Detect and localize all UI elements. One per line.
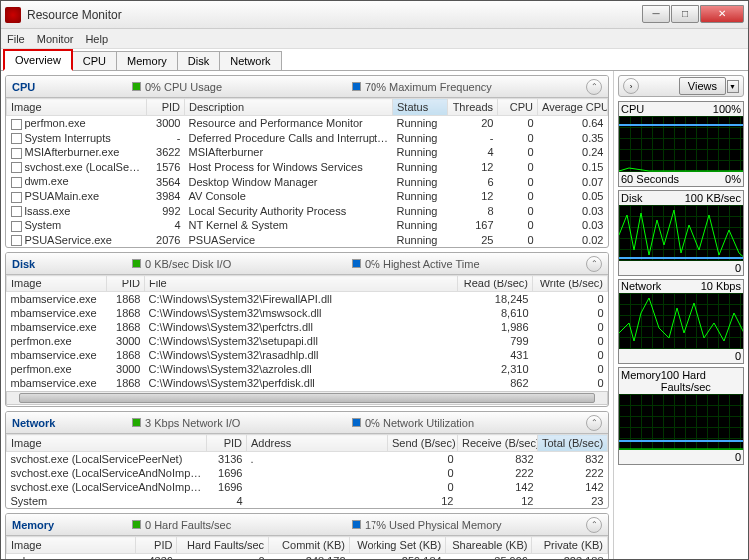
table-row[interactable]: perfmon.exe3000C:\Windows\System32\azrol… [7, 362, 608, 376]
col-send[interactable]: Send (B/sec) [388, 435, 458, 452]
disk-section: Disk 0 KB/sec Disk I/O 0% Highest Active… [5, 252, 609, 407]
col-read[interactable]: Read (B/sec) [458, 276, 533, 292]
table-row[interactable]: mbamservice.exe1868C:\Windows\System32\p… [7, 376, 608, 390]
right-pane: › Views ▼ CPU100% 60 Seconds0% Disk100 K… [613, 71, 748, 559]
checkbox[interactable] [11, 177, 22, 188]
col-priv[interactable]: Private (KB) [532, 537, 608, 554]
checkbox[interactable] [11, 206, 22, 217]
memory-section: Memory 0 Hard Faults/sec 17% Used Physic… [5, 513, 609, 559]
collapse-icon[interactable]: ⌃ [586, 79, 602, 95]
memory-graph: Memory100 Hard Faults/sec 0 [618, 367, 744, 465]
network-header[interactable]: Network 3 Kbps Network I/O 0% Network Ut… [6, 412, 608, 434]
col-cpu[interactable]: CPU [498, 99, 538, 116]
mem-used-stat: 17% Used Physical Memory [365, 519, 502, 531]
left-pane: CPU 0% CPU Usage 70% Maximum Frequency ⌃… [1, 71, 613, 559]
disk-active-stat: 0% Highest Active Time [365, 258, 480, 270]
col-pid[interactable]: PID [136, 537, 177, 554]
cpu-header[interactable]: CPU 0% CPU Usage 70% Maximum Frequency ⌃ [6, 76, 608, 98]
cpu-freq-stat: 70% Maximum Frequency [365, 81, 492, 93]
table-row[interactable]: svchost.exe (LocalServicePeerNet)3136.08… [7, 452, 608, 467]
table-row[interactable]: mbamservice.exe1868C:\Windows\System32\p… [7, 320, 608, 334]
network-section: Network 3 Kbps Network I/O 0% Network Ut… [5, 411, 609, 509]
cpu-table: Image PID Description Status Threads CPU… [6, 98, 608, 247]
col-write[interactable]: Write (B/sec) [533, 276, 608, 292]
col-threads[interactable]: Threads [448, 99, 498, 116]
table-row[interactable]: svchost.exe (LocalServiceAndNoImpersonat… [7, 480, 608, 494]
disk-header[interactable]: Disk 0 KB/sec Disk I/O 0% Highest Active… [6, 253, 608, 275]
menu-help[interactable]: Help [85, 33, 108, 45]
table-row[interactable]: svchost.exe (LocalServiceAndNoImpersonat… [7, 466, 608, 480]
table-row[interactable]: mbamservice.exe1868C:\Windows\System32\m… [7, 306, 608, 320]
table-row[interactable]: palemoon.exe43360248,172259,18435,996223… [7, 554, 608, 559]
views-dropdown-icon[interactable]: ▼ [727, 80, 739, 93]
table-row[interactable]: System4NT Kernel & SystemRunning16700.03 [7, 218, 608, 233]
col-total[interactable]: Total (B/sec) [538, 435, 608, 452]
checkbox[interactable] [11, 192, 22, 203]
net-table: Image PID Address Send (B/sec) Receive (… [6, 434, 608, 508]
horizontal-scrollbar[interactable] [6, 391, 608, 405]
table-row[interactable]: System Interrupts-Deferred Procedure Cal… [7, 131, 608, 146]
tab-disk[interactable]: Disk [177, 51, 220, 70]
resource-monitor-window: Resource Monitor ─ □ ✕ File Monitor Help… [0, 0, 749, 560]
col-hf[interactable]: Hard Faults/sec [177, 537, 269, 554]
col-image[interactable]: Image [7, 537, 136, 554]
cpu-section: CPU 0% CPU Usage 70% Maximum Frequency ⌃… [5, 75, 609, 248]
disk-title: Disk [12, 258, 132, 270]
menu-monitor[interactable]: Monitor [37, 33, 74, 45]
table-row[interactable]: MSIAfterburner.exe3622MSIAfterburnerRunn… [7, 145, 608, 160]
window-title: Resource Monitor [27, 8, 642, 22]
table-row[interactable]: System4121223 [7, 494, 608, 508]
tab-network[interactable]: Network [219, 51, 281, 70]
table-row[interactable]: lsass.exe992Local Security Authority Pro… [7, 204, 608, 219]
col-desc[interactable]: Description [185, 99, 393, 116]
mem-title: Memory [12, 519, 132, 531]
col-image[interactable]: Image [7, 99, 147, 116]
checkbox[interactable] [11, 162, 22, 173]
checkbox[interactable] [11, 148, 22, 159]
collapse-icon[interactable]: ⌃ [586, 256, 602, 272]
disk-graph: Disk100 KB/sec 0 [618, 190, 744, 276]
col-share[interactable]: Shareable (KB) [446, 537, 532, 554]
views-button[interactable]: Views [679, 77, 726, 95]
checkbox[interactable] [11, 235, 22, 246]
table-row[interactable]: svchost.exe (LocalServiceNoNetwork)1576H… [7, 160, 608, 175]
memory-header[interactable]: Memory 0 Hard Faults/sec 17% Used Physic… [6, 514, 608, 536]
col-pid[interactable]: PID [207, 435, 247, 452]
tab-cpu[interactable]: CPU [72, 51, 117, 70]
col-status[interactable]: Status [393, 99, 448, 116]
table-row[interactable]: perfmon.exe3000Resource and Performance … [7, 116, 608, 131]
col-addr[interactable]: Address [247, 435, 388, 452]
checkbox[interactable] [11, 119, 22, 130]
col-recv[interactable]: Receive (B/sec) [458, 435, 538, 452]
expand-icon[interactable]: › [623, 78, 639, 94]
col-pid[interactable]: PID [107, 276, 145, 292]
collapse-icon[interactable]: ⌃ [586, 415, 602, 431]
app-icon [5, 7, 21, 23]
col-file[interactable]: File [145, 276, 458, 292]
col-avg[interactable]: Average CPU [538, 99, 608, 116]
tab-memory[interactable]: Memory [116, 51, 178, 70]
collapse-icon[interactable]: ⌃ [586, 517, 602, 533]
menu-file[interactable]: File [7, 33, 25, 45]
mem-table: Image PID Hard Faults/sec Commit (KB) Wo… [6, 536, 608, 559]
maximize-button[interactable]: □ [671, 5, 699, 23]
table-row[interactable]: PSUAMain.exe3984AV ConsoleRunning1200.05 [7, 189, 608, 204]
titlebar[interactable]: Resource Monitor ─ □ ✕ [1, 1, 748, 29]
checkbox[interactable] [11, 133, 22, 144]
tab-overview[interactable]: Overview [3, 49, 73, 71]
col-image[interactable]: Image [7, 435, 207, 452]
col-commit[interactable]: Commit (KB) [269, 537, 350, 554]
table-row[interactable]: mbamservice.exe1868C:\Windows\System32\r… [7, 348, 608, 362]
checkbox[interactable] [11, 221, 22, 232]
table-row[interactable]: PSUAService.exe2076PSUAServiceRunning250… [7, 233, 608, 248]
table-row[interactable]: mbamservice.exe1868C:\Windows\System32\F… [7, 292, 608, 307]
close-button[interactable]: ✕ [700, 5, 744, 23]
col-pid[interactable]: PID [147, 99, 185, 116]
table-row[interactable]: dwm.exe3564Desktop Window ManagerRunning… [7, 174, 608, 189]
minimize-button[interactable]: ─ [642, 5, 670, 23]
col-image[interactable]: Image [7, 276, 107, 292]
table-row[interactable]: perfmon.exe3000C:\Windows\System32\setup… [7, 334, 608, 348]
net-util-stat: 0% Network Utilization [365, 417, 474, 429]
col-ws[interactable]: Working Set (KB) [350, 537, 446, 554]
cpu-usage-stat: 0% CPU Usage [145, 81, 222, 93]
